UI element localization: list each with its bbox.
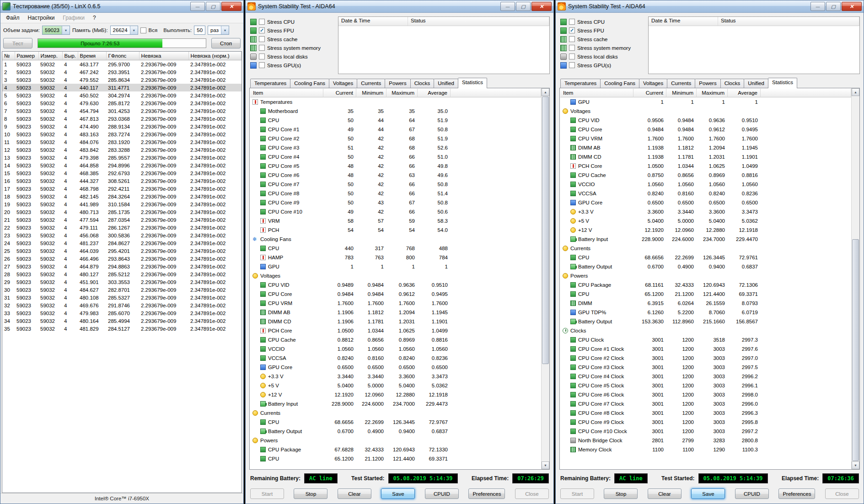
stress-item-stress-fpu[interactable]: Stress FPU [559, 26, 644, 35]
checkbox-stress-local-disks[interactable] [259, 54, 265, 59]
stat-group-temperatures[interactable]: Temperatures [250, 97, 541, 107]
column-header[interactable]: Измер. [38, 52, 62, 60]
stat-row-cpu-core-9-clock[interactable]: CPU Core #9 Clock3001120030032995.8 [560, 418, 851, 427]
stat-row-cpu-core-3-clock[interactable]: CPU Core #3 Clock3001120030032997.5 [560, 363, 851, 372]
close-button[interactable] [221, 2, 241, 11]
stat-row-vccio[interactable]: VCCIO1.05601.05601.05601.0560 [560, 180, 851, 189]
task-size-combo[interactable]: 59023 [42, 26, 70, 35]
stat-row-cpu[interactable]: CPU440317768488 [250, 244, 541, 253]
save-button[interactable]: Save [691, 488, 725, 499]
result-row[interactable]: 559023590324450.502304.29742.293679e-009… [2, 91, 241, 99]
stress-item-stress-local-disks[interactable]: Stress local disks [559, 52, 644, 61]
checkbox-stress-fpu[interactable] [569, 27, 575, 33]
stat-row-3-3-v[interactable]: +3.3 V3.34403.34403.36003.3473 [250, 372, 541, 381]
tab-unified[interactable]: Unified [434, 79, 458, 88]
stop-button[interactable]: Stop [294, 488, 327, 499]
stat-row-5-v[interactable]: +5 V5.04005.00005.04005.0362 [250, 381, 541, 390]
column-header[interactable]: Maximum [386, 89, 418, 97]
result-row[interactable]: 2059023590324480.713285.17352.293679e-00… [2, 208, 241, 216]
stat-row-cpu-cache[interactable]: CPU Cache0.88120.86560.89690.8816 [250, 335, 541, 344]
stat-row-battery-output[interactable]: Battery Output153.3630112.8960215.166015… [560, 317, 851, 326]
stat-row-dimm[interactable]: DIMM6.39156.026426.15598.0793 [560, 299, 851, 308]
column-header[interactable]: Minimum [356, 89, 386, 97]
stat-row-cpu[interactable]: CPU68.665622.2699126.344572.9767 [250, 418, 541, 427]
stat-row-pch-core[interactable]: PCH Core1.05001.03441.06251.0499 [250, 326, 541, 335]
log-col-datetime[interactable]: Date & Time [338, 17, 408, 26]
checkbox-stress-local-disks[interactable] [569, 54, 575, 59]
column-header[interactable]: Невязка (норм.) [188, 52, 241, 60]
stop-button[interactable]: Стоп [211, 38, 241, 48]
result-row[interactable]: 1359023590324479.398285.95572.293679e-00… [2, 154, 241, 161]
log-col-status[interactable]: Status [408, 17, 549, 26]
stat-row-cpu[interactable]: CPU50446451.9 [250, 116, 541, 125]
tab-statistics[interactable]: Statistics [458, 78, 487, 88]
stat-row-hamp[interactable]: HAMP783763800784 [250, 253, 541, 262]
minimize-button[interactable] [500, 2, 515, 11]
tab-currents[interactable]: Currents [667, 79, 695, 88]
stat-row-cpu-core-6[interactable]: CPU Core #648426349.6 [250, 171, 541, 180]
tab-clocks[interactable]: Clocks [720, 79, 745, 88]
stress-item-stress-system-memory[interactable]: Stress system memory [559, 43, 644, 52]
linx-titlebar[interactable]: Тестирование (35/50) - LinX 0.6.5 [0, 0, 243, 13]
result-row[interactable]: 1459023590324464.858294.89962.293679e-00… [2, 161, 241, 169]
stat-row-dimm-cd[interactable]: DIMM CD1.19381.17811.20311.1901 [560, 152, 851, 161]
maximize-button[interactable] [516, 2, 531, 11]
result-row[interactable]: 3359023590324479.983285.60702.293679e-00… [2, 309, 241, 317]
result-row[interactable]: 3559023590324481.829284.51272.293679e-00… [2, 325, 241, 332]
stat-row-cpu-clock[interactable]: CPU Clock3001120035182997.3 [560, 335, 851, 344]
tab-clocks[interactable]: Clocks [410, 79, 435, 88]
stat-row-cpu-core-8-clock[interactable]: CPU Core #8 Clock3001120030032996.3 [560, 408, 851, 418]
stop-button[interactable]: Stop [604, 488, 638, 499]
result-row[interactable]: 3459023590324480.164285.49942.293679e-00… [2, 317, 241, 325]
tab-voltages[interactable]: Voltages [639, 79, 667, 88]
close-button[interactable] [531, 2, 552, 11]
stat-group-voltages[interactable]: Voltages [560, 107, 851, 116]
minimize-button[interactable] [190, 2, 205, 11]
scroll-down-icon[interactable] [542, 461, 549, 469]
result-row[interactable]: 1059023590324483.163283.72742.293679e-00… [2, 130, 241, 138]
stat-row-vccsa[interactable]: VCCSA0.82400.81600.82400.8236 [560, 189, 851, 198]
result-row[interactable]: 1659023590324444.327308.52612.293679e-00… [2, 177, 241, 185]
stat-row-cpu-vrm[interactable]: CPU VRM1.76001.76001.76001.7600 [560, 134, 851, 143]
scroll-up-icon[interactable] [852, 88, 859, 96]
stat-group-powers[interactable]: Powers [250, 436, 541, 445]
aida-titlebar[interactable]: System Stability Test - AIDA64 [556, 0, 864, 13]
menu-[interactable]: Настройки [24, 13, 59, 22]
stat-row-dimm-ab[interactable]: DIMM AB1.19381.18121.20941.1945 [560, 143, 851, 152]
tab-unified[interactable]: Unified [744, 79, 768, 88]
result-row[interactable]: 859023590324467.813293.03682.293679e-009… [2, 115, 241, 123]
stat-row-vccio[interactable]: VCCIO1.05601.05601.05601.0560 [250, 344, 541, 354]
stat-row-cpu-core-8[interactable]: CPU Core #850426651.4 [250, 189, 541, 198]
stat-row-cpu-core-1[interactable]: CPU Core #149446750.8 [250, 125, 541, 134]
scroll-thumb[interactable] [852, 239, 859, 461]
clear-button[interactable]: Clear [338, 488, 371, 499]
result-row[interactable]: 159023590324463.177295.97002.293679e-009… [2, 60, 241, 69]
save-button[interactable]: Save [381, 488, 415, 499]
stress-item-stress-gpu-s[interactable]: Stress GPU(s) [249, 61, 334, 70]
dropdown-arrow-icon[interactable] [130, 26, 138, 34]
menu-[interactable]: Файл [2, 13, 24, 22]
stat-row-12-v[interactable]: +12 V12.192012.096012.288012.1918 [250, 390, 541, 399]
stat-row-cpu[interactable]: CPU65.120021.1200121.440069.3371 [250, 454, 541, 463]
scroll-up-icon[interactable] [542, 88, 549, 96]
memory-combo[interactable]: 26624 [110, 26, 138, 35]
stat-group-voltages[interactable]: Voltages [250, 271, 541, 280]
stat-row-vrm[interactable]: VRM58575958.3 [250, 216, 541, 225]
stat-row-gpu-core[interactable]: GPU Core0.65000.65000.65000.6500 [560, 198, 851, 207]
result-row[interactable]: 2759023590324464.879294.88632.293679e-00… [2, 263, 241, 270]
stat-row-5-v[interactable]: +5 V5.04005.00005.04005.0362 [560, 216, 851, 225]
stat-row-cpu-core-2[interactable]: CPU Core #250426851.9 [250, 134, 541, 143]
run-count-input[interactable]: 50 [194, 26, 205, 35]
stat-row-cpu-core-5[interactable]: CPU Core #548426649.8 [250, 161, 541, 171]
stat-row-cpu-cache[interactable]: CPU Cache0.87500.86560.89690.8816 [560, 171, 851, 180]
stat-row-cpu[interactable]: CPU68.665622.2699126.344572.9761 [560, 253, 851, 262]
stat-row-cpu-core-4-clock[interactable]: CPU Core #4 Clock3001120030032996.2 [560, 372, 851, 381]
stress-item-stress-cache[interactable]: Stress cache [559, 35, 644, 43]
stat-row-battery-input[interactable]: Battery Input228.9000224.6000234.7000229… [560, 235, 851, 244]
stat-row-cpu-core-4[interactable]: CPU Core #450426651.0 [250, 152, 541, 161]
result-row[interactable]: 2959023590324451.901303.35532.293679e-00… [2, 278, 241, 286]
result-row[interactable]: 1559023590324468.385292.67932.293679e-00… [2, 169, 241, 177]
run-units-combo[interactable]: раз [208, 26, 229, 35]
result-row[interactable]: 1759023590324468.798292.42112.293679e-00… [2, 185, 241, 193]
result-row[interactable]: 2259023590324479.111286.12672.293679e-00… [2, 224, 241, 231]
